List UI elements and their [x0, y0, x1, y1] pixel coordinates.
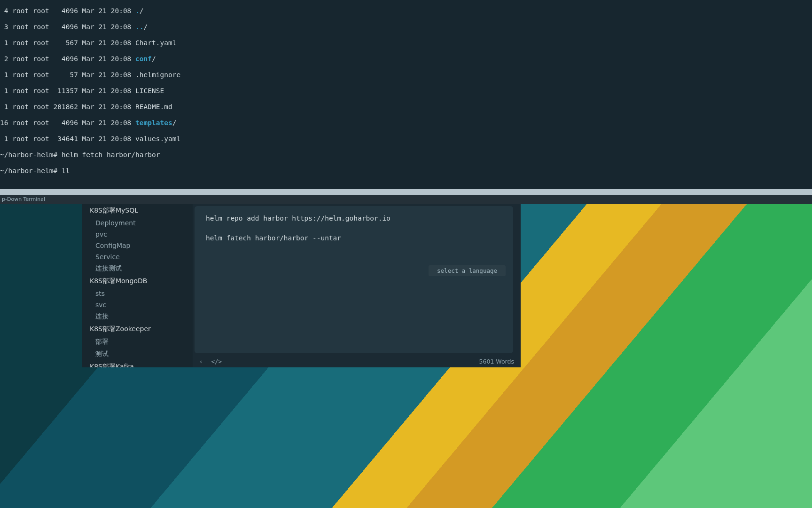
editor-statusbar: ‹ </> 5601 Words: [193, 355, 521, 367]
sidebar-section-heading[interactable]: K8S部署MongoDB: [82, 275, 193, 288]
editor-sidebar[interactable]: K8S部署MySQLDeploymentpvcConfigMapService连…: [82, 204, 193, 367]
terminal-separator: [0, 189, 812, 195]
terminal-line: 1 root root 57 Mar 21 20:08 .helmignore: [0, 71, 812, 79]
sidebar-section-heading[interactable]: K8S部署Zookeeper: [82, 323, 193, 336]
terminal[interactable]: 4 root root 4096 Mar 21 20:08 ./ 3 root …: [0, 0, 812, 189]
sidebar-section-heading[interactable]: K8S部署MySQL: [82, 204, 193, 217]
sidebar-item[interactable]: 连接测试: [82, 262, 193, 275]
sidebar-section-heading[interactable]: K8S部署Kafka: [82, 360, 193, 367]
sidebar-item[interactable]: 连接: [82, 310, 193, 323]
terminal-line: 1 root root 11357 Mar 21 20:08 LICENSE: [0, 87, 812, 95]
terminal-line: 2 root root 4096 Mar 21 20:08 conf/: [0, 55, 812, 63]
terminal-line: 16 root root 4096 Mar 21 20:08 templates…: [0, 119, 812, 127]
terminal-line: 1 root root 201862 Mar 21 20:08 README.m…: [0, 103, 812, 111]
sidebar-item[interactable]: Service: [82, 251, 193, 262]
sidebar-item[interactable]: Deployment: [82, 217, 193, 229]
select-language-button[interactable]: select a language: [429, 265, 506, 276]
editor-main: helm repo add harbor https://helm.goharb…: [193, 204, 521, 367]
word-count: 5601 Words: [479, 358, 514, 365]
dropdown-terminal-titlebar[interactable]: p-Down Terminal: [0, 195, 812, 204]
source-view-icon[interactable]: </>: [211, 358, 222, 365]
sidebar-item[interactable]: 部署: [82, 336, 193, 348]
sidebar-item[interactable]: pvc: [82, 229, 193, 240]
editor-window: K8S部署MySQLDeploymentpvcConfigMapService连…: [82, 204, 521, 367]
terminal-line: 1 root root 567 Mar 21 20:08 Chart.yaml: [0, 39, 812, 47]
back-icon[interactable]: ‹: [199, 358, 203, 365]
terminal-line: ~/harbor-helm# ll: [0, 167, 812, 175]
terminal-line: ~/harbor-helm# helm fetch harbor/harbor: [0, 151, 812, 159]
sidebar-item[interactable]: sts: [82, 288, 193, 299]
sidebar-item[interactable]: svc: [82, 299, 193, 310]
terminal-line: 1 root root 34641 Mar 21 20:08 values.ya…: [0, 135, 812, 143]
sidebar-item[interactable]: ConfigMap: [82, 240, 193, 251]
terminal-line: 3 root root 4096 Mar 21 20:08 ../: [0, 23, 812, 31]
sidebar-item[interactable]: 测试: [82, 348, 193, 360]
editor-code-area[interactable]: helm repo add harbor https://helm.goharb…: [195, 206, 513, 353]
terminal-line: 4 root root 4096 Mar 21 20:08 ./: [0, 7, 812, 15]
